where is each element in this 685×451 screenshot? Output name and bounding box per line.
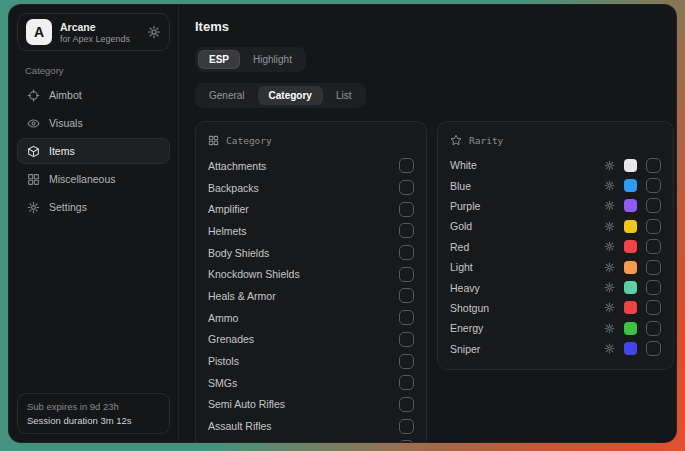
checkbox[interactable] <box>646 341 661 356</box>
checkbox[interactable] <box>646 158 661 173</box>
checkbox[interactable] <box>399 354 414 369</box>
gear-icon[interactable] <box>604 241 615 252</box>
checkbox[interactable] <box>399 288 414 303</box>
rarity-panel: Rarity White Blue <box>437 121 674 370</box>
category-label: Knockdown Shields <box>208 268 300 280</box>
category-row: Semi Auto Rifles <box>208 394 414 416</box>
category-row: SMGs <box>208 372 414 394</box>
rarity-label: Energy <box>450 322 483 334</box>
gear-icon[interactable] <box>604 262 615 273</box>
checkbox[interactable] <box>399 245 414 260</box>
checkbox[interactable] <box>646 300 661 315</box>
rarity-row: Heavy <box>450 277 661 297</box>
crosshair-icon <box>27 89 40 102</box>
rarity-row: Gold <box>450 216 661 236</box>
tab-bar: General Category List <box>195 83 366 108</box>
sub-expiry-text: Sub expires in 9d 23h <box>27 401 160 412</box>
gear-icon[interactable] <box>604 221 615 232</box>
category-label: Helmets <box>208 225 247 237</box>
category-row: Pistols <box>208 350 414 372</box>
category-row: Body Shields <box>208 242 414 264</box>
mode-option-highlight[interactable]: Highlight <box>242 50 303 69</box>
rarity-row: Blue <box>450 175 661 195</box>
sidebar-item-label: Visuals <box>49 117 83 129</box>
color-swatch[interactable] <box>624 301 637 314</box>
sidebar-item-label: Settings <box>49 201 87 213</box>
color-swatch[interactable] <box>624 342 637 355</box>
page-title: Items <box>195 19 660 34</box>
color-swatch[interactable] <box>624 220 637 233</box>
checkbox[interactable] <box>399 332 414 347</box>
checkbox[interactable] <box>399 267 414 282</box>
category-panel: Category Attachments Backpacks Amplifier… <box>195 121 427 442</box>
category-row: Assault Rifles <box>208 415 414 437</box>
app-subtitle: for Apex Legends <box>60 34 130 44</box>
sidebar-item-settings[interactable]: Settings <box>17 194 170 220</box>
sidebar-item-label: Miscellaneous <box>49 173 116 185</box>
rarity-label: Gold <box>450 220 472 232</box>
checkbox[interactable] <box>646 219 661 234</box>
category-row: Knockdown Shields <box>208 263 414 285</box>
checkbox[interactable] <box>399 375 414 390</box>
category-row: Grenades <box>208 329 414 351</box>
rarity-panel-title: Rarity <box>469 135 503 146</box>
color-swatch[interactable] <box>624 240 637 253</box>
gear-icon[interactable] <box>604 160 615 171</box>
rarity-row: Light <box>450 257 661 277</box>
checkbox[interactable] <box>399 440 414 442</box>
rarity-label: Sniper <box>450 343 480 355</box>
checkbox[interactable] <box>399 202 414 217</box>
mode-toggle: ESP Highlight <box>195 47 306 72</box>
box-icon <box>27 145 40 158</box>
sidebar-item-miscellaneous[interactable]: Miscellaneous <box>17 166 170 192</box>
app-header-card: A Arcane for Apex Legends <box>17 13 170 51</box>
gear-icon[interactable] <box>604 302 615 313</box>
gear-icon[interactable] <box>604 282 615 293</box>
category-row: Attachments <box>208 155 414 177</box>
category-label: Grenades <box>208 333 254 345</box>
checkbox[interactable] <box>399 419 414 434</box>
checkbox[interactable] <box>646 178 661 193</box>
gear-icon[interactable] <box>604 323 615 334</box>
checkbox[interactable] <box>399 397 414 412</box>
tab-category[interactable]: Category <box>258 86 323 105</box>
sidebar: A Arcane for Apex Legends Category <box>9 5 179 442</box>
checkbox[interactable] <box>646 198 661 213</box>
rarity-label: White <box>450 159 477 171</box>
session-duration-text: Session duration 3m 12s <box>27 415 160 426</box>
subscription-info-card: Sub expires in 9d 23h Session duration 3… <box>17 393 170 434</box>
category-label: Attachments <box>208 160 266 172</box>
color-swatch[interactable] <box>624 322 637 335</box>
checkbox[interactable] <box>646 239 661 254</box>
tab-general[interactable]: General <box>198 86 256 105</box>
checkbox[interactable] <box>399 180 414 195</box>
main-content: Items ESP Highlight General Category Lis… <box>179 5 676 442</box>
color-swatch[interactable] <box>624 261 637 274</box>
category-label: Ammo <box>208 312 238 324</box>
rarity-label: Red <box>450 241 469 253</box>
category-panel-title: Category <box>226 135 272 146</box>
gear-icon[interactable] <box>604 200 615 211</box>
category-label: Pistols <box>208 355 239 367</box>
sidebar-item-aimbot[interactable]: Aimbot <box>17 82 170 108</box>
checkbox[interactable] <box>646 280 661 295</box>
gear-icon[interactable] <box>604 343 615 354</box>
mode-option-esp[interactable]: ESP <box>198 50 240 69</box>
checkbox[interactable] <box>399 158 414 173</box>
gear-icon[interactable] <box>147 25 161 39</box>
color-swatch[interactable] <box>624 179 637 192</box>
gear-icon[interactable] <box>604 180 615 191</box>
checkbox[interactable] <box>646 321 661 336</box>
sidebar-item-label: Items <box>49 145 75 157</box>
grid-icon <box>208 135 219 146</box>
color-swatch[interactable] <box>624 199 637 212</box>
color-swatch[interactable] <box>624 159 637 172</box>
rarity-row: Purple <box>450 196 661 216</box>
checkbox[interactable] <box>646 260 661 275</box>
color-swatch[interactable] <box>624 281 637 294</box>
sidebar-item-visuals[interactable]: Visuals <box>17 110 170 136</box>
checkbox[interactable] <box>399 310 414 325</box>
sidebar-item-items[interactable]: Items <box>17 138 170 164</box>
checkbox[interactable] <box>399 223 414 238</box>
tab-list[interactable]: List <box>325 86 363 105</box>
